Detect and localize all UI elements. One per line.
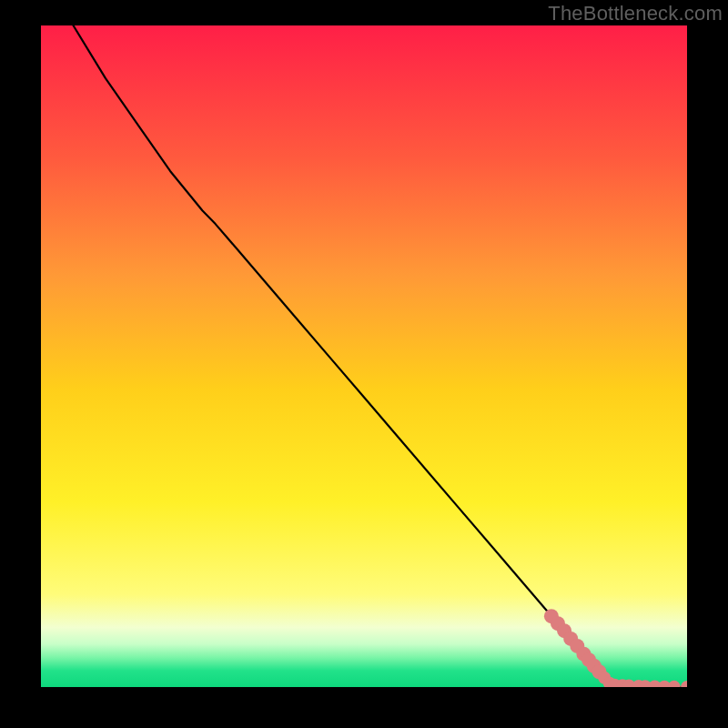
chart-svg [41, 25, 687, 687]
chart-frame: { "watermark": "TheBottleneck.com", "col… [0, 0, 728, 728]
plot-area [41, 25, 687, 687]
watermark-text: TheBottleneck.com [548, 2, 723, 25]
